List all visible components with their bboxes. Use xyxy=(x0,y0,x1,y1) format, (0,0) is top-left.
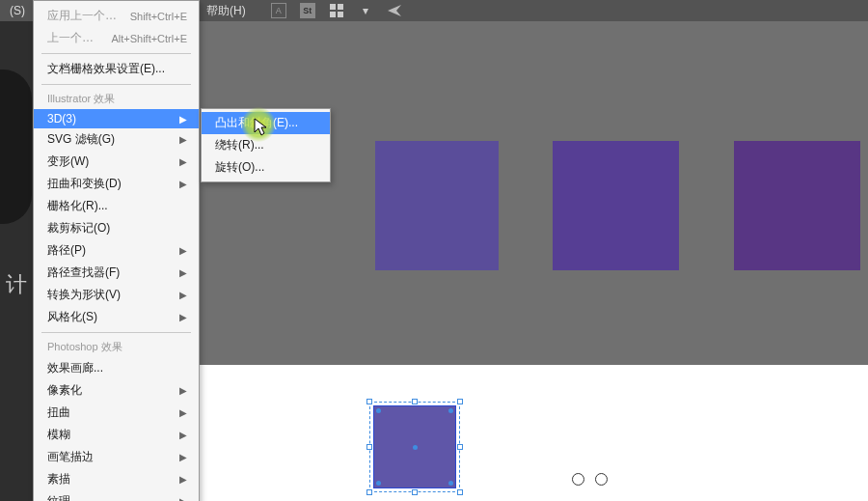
resize-handle[interactable] xyxy=(366,399,372,404)
menu-distort[interactable]: 扭曲和变换(D)▶ xyxy=(34,173,199,195)
resize-handle[interactable] xyxy=(457,444,463,450)
anchor-point[interactable] xyxy=(448,481,453,486)
artboard[interactable] xyxy=(103,365,868,501)
menu-brush-strokes[interactable]: 画笔描边▶ xyxy=(34,446,199,468)
small-circles xyxy=(572,473,608,486)
submenu-extrude-bevel[interactable]: 凸出和斜角(E)... xyxy=(202,112,330,134)
resize-handle[interactable] xyxy=(366,444,372,450)
menubar-icons: A St ▾ xyxy=(271,3,402,18)
menu-separator xyxy=(41,84,191,85)
submenu-revolve[interactable]: 绕转(R)... xyxy=(202,134,330,156)
left-panel: 计 xyxy=(0,21,33,501)
menu-doc-raster[interactable]: 文档栅格效果设置(E)... xyxy=(34,58,199,80)
menu-separator xyxy=(41,53,191,54)
menu-item-help[interactable]: 帮助(H) xyxy=(199,0,254,22)
menu-apply-last: 应用上一个效果 Shift+Ctrl+E xyxy=(34,5,199,27)
effect-menu: 应用上一个效果 Shift+Ctrl+E 上一个效果 Alt+Shift+Ctr… xyxy=(33,0,200,501)
purple-square-3[interactable] xyxy=(734,141,860,270)
menu-stylize[interactable]: 风格化(S)▶ xyxy=(34,306,199,328)
svg-rect-3 xyxy=(338,12,343,17)
circle-icon[interactable] xyxy=(595,473,608,486)
dropdown-caret-icon[interactable]: ▾ xyxy=(358,3,373,18)
resize-handle[interactable] xyxy=(457,489,463,495)
st-icon[interactable]: St xyxy=(300,3,315,18)
menu-warp[interactable]: 变形(W)▶ xyxy=(34,151,199,173)
menu-rasterize[interactable]: 栅格化(R)... xyxy=(34,195,199,217)
submenu-3d: 凸出和斜角(E)... 绕转(R)... 旋转(O)... xyxy=(201,108,331,182)
app-icon-edge xyxy=(0,70,32,224)
grid-icon[interactable] xyxy=(329,3,344,18)
anchor-point[interactable] xyxy=(448,408,453,413)
purple-square-2[interactable] xyxy=(553,141,679,270)
menu-blur[interactable]: 模糊▶ xyxy=(34,424,199,446)
menu-last-effect: 上一个效果 Alt+Shift+Ctrl+E xyxy=(34,27,199,49)
svg-rect-0 xyxy=(330,4,336,10)
circle-icon[interactable] xyxy=(572,473,584,486)
resize-handle[interactable] xyxy=(366,489,372,495)
menu-header-photoshop: Photoshop 效果 xyxy=(34,337,199,357)
center-point[interactable] xyxy=(413,445,418,450)
menu-pixelate[interactable]: 像素化▶ xyxy=(34,379,199,402)
purple-square-1[interactable] xyxy=(375,141,499,270)
anchor-point[interactable] xyxy=(376,481,381,486)
menu-effect-gallery[interactable]: 效果画廊... xyxy=(34,357,199,379)
menu-pathfinder[interactable]: 路径查找器(F)▶ xyxy=(34,262,199,284)
selected-object[interactable] xyxy=(373,405,456,488)
menu-convert-shape[interactable]: 转换为形状(V)▶ xyxy=(34,284,199,306)
menu-header-illustrator: Illustrator 效果 xyxy=(34,89,199,109)
menu-3d[interactable]: 3D(3)▶ xyxy=(34,109,199,128)
menu-separator xyxy=(41,332,191,333)
submenu-rotate[interactable]: 旋转(O)... xyxy=(202,156,330,179)
resize-handle[interactable] xyxy=(412,399,418,404)
menu-sketch[interactable]: 素描▶ xyxy=(34,468,199,490)
menu-item-s[interactable]: (S) xyxy=(2,1,33,20)
anchor-point[interactable] xyxy=(376,408,381,413)
resize-handle[interactable] xyxy=(457,399,463,404)
a-icon[interactable]: A xyxy=(271,3,286,18)
menu-distort-ps[interactable]: 扭曲▶ xyxy=(34,402,199,424)
menu-svg-filters[interactable]: SVG 滤镜(G)▶ xyxy=(34,128,199,151)
menu-path[interactable]: 路径(P)▶ xyxy=(34,239,199,262)
send-icon[interactable] xyxy=(387,3,402,18)
menu-texture[interactable]: 纹理▶ xyxy=(34,490,199,501)
resize-handle[interactable] xyxy=(412,489,418,495)
svg-rect-2 xyxy=(330,12,336,17)
left-glyph: 计 xyxy=(6,270,27,299)
svg-rect-1 xyxy=(338,4,343,10)
menu-crop-marks[interactable]: 裁剪标记(O) xyxy=(34,217,199,239)
